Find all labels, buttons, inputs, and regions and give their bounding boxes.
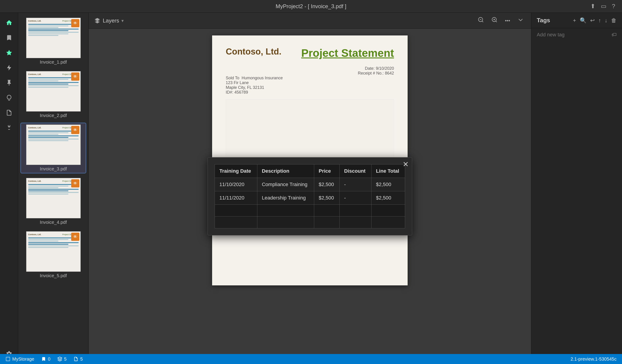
dropdown-chevron: ▾ [121, 18, 124, 23]
col-header-description: Description [257, 164, 314, 178]
status-storage[interactable]: MyStorage [5, 357, 34, 362]
nav-bulb[interactable] [3, 91, 16, 104]
thumbnail-invoice2[interactable]: Contoso, Ltd. Project Statement 👁 [21, 70, 86, 120]
status-layers[interactable]: 5 [57, 357, 67, 362]
thumbnail-label: Invoice_3.pdf [40, 166, 67, 172]
share-icon[interactable]: ⬆ [590, 3, 595, 10]
expand-button[interactable] [516, 15, 525, 26]
modal-close-button[interactable]: ✕ [403, 161, 409, 168]
pdf-viewer: Contoso, Ltd. Project Statement Date: 9/… [89, 29, 531, 364]
svg-line-2 [482, 21, 483, 22]
search-tags-btn[interactable]: 🔍 [580, 17, 586, 24]
nav-pin[interactable] [3, 76, 16, 89]
help-icon[interactable]: ? [612, 3, 615, 10]
col-header-date: Training Date [215, 164, 257, 178]
col-header-discount: Discount [339, 164, 371, 178]
cell-discount-1: - [339, 178, 371, 191]
layers-label: Layers [103, 18, 119, 24]
col-header-linetotal: Line Total [371, 164, 405, 178]
title-bar: MyProject2 - [ Invoice_3.pdf ] ⬆ ▭ ? [0, 0, 622, 13]
main-content: Layers ▾ ••• Contoso, Ltd. Project State… [89, 13, 531, 364]
undo-btn[interactable]: ↩ [590, 17, 595, 24]
thumbnail-label: Invoice_1.pdf [40, 59, 67, 65]
col-header-price: Price [314, 164, 339, 178]
thumbnail-action-btn[interactable]: 👁 [71, 126, 79, 134]
status-version: 2.1-preview.1-530545c [571, 357, 617, 362]
nav-bookmark[interactable] [3, 31, 16, 44]
thumbnail-label: Invoice_4.pdf [40, 220, 67, 225]
thumbnail-invoice3[interactable]: Contoso, Ltd. Project Statement 👁 [21, 123, 86, 173]
right-panel-header: Tags + 🔍 ↩ ↑ ↓ 🗑 [531, 13, 622, 28]
status-docs[interactable]: 5 [74, 357, 83, 362]
status-bookmarks[interactable]: 0 [41, 357, 50, 362]
thumbnail-panel: Contoso, Ltd. Project Statement 👁 [18, 13, 89, 364]
thumbnail-invoice5[interactable]: Contoso, Ltd. Project Statement 👁 [21, 230, 86, 280]
icon-sidebar [0, 13, 18, 364]
cell-discount-2: - [339, 191, 371, 205]
nav-star[interactable] [3, 46, 16, 59]
add-tag-input[interactable] [537, 32, 609, 38]
app-layout: Contoso, Ltd. Project Statement 👁 [0, 13, 622, 364]
table-row: 11/10/2020 Compliance Training $2,500 - … [215, 178, 405, 191]
thumbnail-label: Invoice_5.pdf [40, 273, 67, 278]
window-title: MyProject2 - [ Invoice_3.pdf ] [276, 3, 347, 10]
more-options-button[interactable]: ••• [503, 16, 512, 25]
thumbnail-label: Invoice_2.pdf [40, 113, 67, 118]
cell-linetotal-1: $2,500 [371, 178, 405, 191]
add-tag-btn[interactable]: + [573, 17, 576, 24]
thumbnail-action-btn[interactable]: 👁 [71, 19, 79, 27]
thumbnail-action-btn[interactable]: 👁 [71, 233, 79, 241]
tags-title: Tags [537, 17, 550, 24]
storage-label: MyStorage [12, 357, 34, 362]
cell-date-1: 11/10/2020 [215, 178, 257, 191]
nav-plug[interactable] [3, 121, 16, 134]
thumbnail-action-btn[interactable]: 👁 [71, 73, 79, 81]
table-row-empty [215, 205, 405, 217]
nav-lightning[interactable] [3, 61, 16, 74]
move-down-btn[interactable]: ↓ [605, 17, 607, 24]
version-label: 2.1-preview.1-530545c [571, 357, 617, 362]
toolbar: Layers ▾ ••• [89, 13, 531, 29]
right-panel: Tags + 🔍 ↩ ↑ ↓ 🗑 🏷 [531, 13, 622, 364]
table-row: 11/11/2020 Leadership Training $2,500 - … [215, 191, 405, 205]
cell-desc-1: Compliance Training [257, 178, 314, 191]
layers-button[interactable]: Layers ▾ [94, 18, 124, 24]
thumbnail-invoice1[interactable]: Contoso, Ltd. Project Statement 👁 [21, 16, 86, 66]
add-tag-area: 🏷 [531, 28, 622, 41]
thumbnail-action-btn[interactable]: 👁 [71, 179, 79, 187]
delete-btn[interactable]: 🗑 [611, 17, 617, 24]
table-row-empty [215, 217, 405, 228]
move-up-btn[interactable]: ↑ [598, 17, 601, 24]
zoom-in-button[interactable] [489, 15, 500, 26]
nav-home[interactable] [3, 16, 16, 29]
zoom-out-button[interactable] [476, 15, 486, 26]
thumbnail-invoice4[interactable]: Contoso, Ltd. Project Statement 👁 [21, 177, 86, 226]
cell-desc-2: Leadership Training [257, 191, 314, 205]
title-bar-actions: ⬆ ▭ ? [590, 3, 615, 10]
bookmark-count: 0 [48, 357, 50, 362]
tag-icon: 🏷 [612, 32, 617, 38]
svg-line-6 [496, 21, 497, 22]
modal-overlay: ✕ Training Date Description Price Discou… [89, 29, 531, 364]
cell-date-2: 11/11/2020 [215, 191, 257, 205]
layers-count: 5 [64, 357, 67, 362]
nav-doc[interactable] [3, 106, 16, 119]
cell-price-2: $2,500 [314, 191, 339, 205]
right-panel-actions: + 🔍 ↩ ↑ ↓ 🗑 [573, 17, 617, 24]
layout-icon[interactable]: ▭ [601, 3, 606, 10]
cell-linetotal-2: $2,500 [371, 191, 405, 205]
training-table: Training Date Description Price Discount… [214, 164, 405, 228]
cell-price-1: $2,500 [314, 178, 339, 191]
data-modal: ✕ Training Date Description Price Discou… [208, 157, 412, 236]
docs-count: 5 [80, 357, 83, 362]
